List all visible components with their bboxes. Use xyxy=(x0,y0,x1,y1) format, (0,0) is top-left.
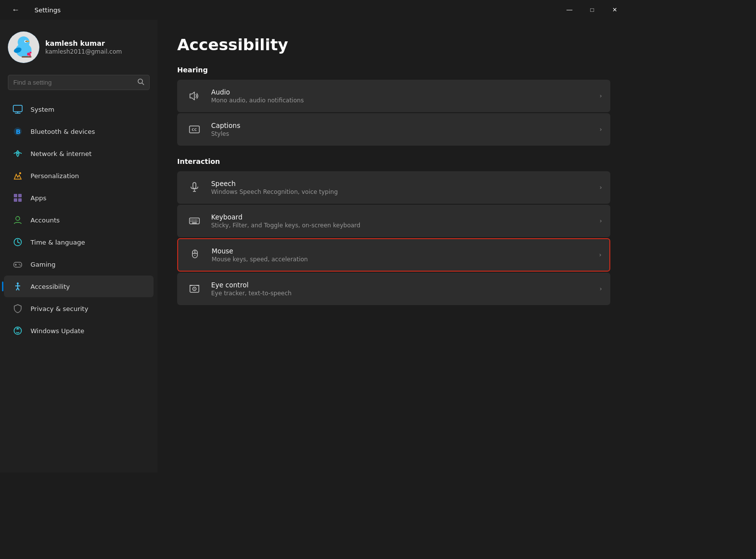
profile-info: kamlesh kumar kamlesh2011@gmail.com xyxy=(45,39,150,55)
sidebar: kamlesh kumar kamlesh2011@gmail.com xyxy=(0,20,158,472)
svg-text:CC: CC xyxy=(192,128,197,132)
svg-text:B: B xyxy=(16,128,21,135)
eye-control-title: Eye control xyxy=(211,281,592,289)
speech-desc: Windows Speech Recognition, voice typing xyxy=(211,188,592,195)
audio-title: Audio xyxy=(211,88,592,96)
system-label: System xyxy=(31,106,54,113)
profile-section[interactable]: kamlesh kumar kamlesh2011@gmail.com xyxy=(0,20,158,71)
time-label: Time & language xyxy=(31,239,85,246)
keyboard-text: Keyboard Sticky, Filter, and Toggle keys… xyxy=(211,213,592,229)
network-icon xyxy=(12,148,24,159)
captions-text: Captions Styles xyxy=(211,122,592,137)
audio-item[interactable]: Audio Mono audio, audio notifications › xyxy=(177,80,610,112)
hearing-group: Audio Mono audio, audio notifications › … xyxy=(177,80,610,146)
network-label: Network & internet xyxy=(31,150,92,157)
maximize-button[interactable]: □ xyxy=(581,2,603,18)
window-controls: — □ ✕ xyxy=(558,2,626,18)
keyboard-title: Keyboard xyxy=(211,213,592,221)
app-container: kamlesh kumar kamlesh2011@gmail.com xyxy=(0,20,630,472)
captions-item[interactable]: CC Captions Styles › xyxy=(177,113,610,146)
app-title: Settings xyxy=(34,6,61,14)
titlebar: ← Settings — □ ✕ xyxy=(0,0,630,20)
keyboard-item[interactable]: Keyboard Sticky, Filter, and Toggle keys… xyxy=(177,205,610,237)
update-icon xyxy=(12,325,24,337)
sidebar-item-time[interactable]: Time & language xyxy=(4,231,154,253)
speech-item[interactable]: Speech Windows Speech Recognition, voice… xyxy=(177,171,610,204)
accounts-icon xyxy=(12,214,24,226)
sidebar-item-network[interactable]: Network & internet xyxy=(4,143,154,164)
profile-name: kamlesh kumar xyxy=(45,39,150,47)
sidebar-item-apps[interactable]: Apps xyxy=(4,187,154,209)
audio-chevron: › xyxy=(599,93,602,99)
eye-control-text: Eye control Eye tracker, text-to-speech xyxy=(211,281,592,297)
personalization-icon xyxy=(12,170,24,182)
svg-point-33 xyxy=(17,282,19,284)
apps-icon xyxy=(12,192,24,204)
sidebar-item-accessibility[interactable]: Accessibility xyxy=(4,276,154,297)
back-button[interactable]: ← xyxy=(8,3,24,16)
sidebar-item-accounts[interactable]: Accounts xyxy=(4,209,154,231)
svg-point-18 xyxy=(17,153,19,155)
keyboard-chevron: › xyxy=(599,217,602,224)
svg-point-64 xyxy=(194,288,195,289)
svg-rect-23 xyxy=(18,198,22,202)
close-button[interactable]: ✕ xyxy=(603,2,626,18)
interaction-section-title: Interaction xyxy=(177,157,610,165)
search-box[interactable] xyxy=(8,75,150,90)
svg-line-27 xyxy=(18,242,20,243)
mouse-item[interactable]: Mouse Mouse keys, speed, acceleration › xyxy=(177,238,610,272)
mouse-desc: Mouse keys, speed, acceleration xyxy=(212,256,591,263)
svg-point-32 xyxy=(20,265,21,266)
privacy-icon xyxy=(12,303,24,314)
svg-rect-13 xyxy=(13,105,22,112)
captions-title: Captions xyxy=(211,122,592,129)
eye-control-item[interactable]: Eye control Eye tracker, text-to-speech … xyxy=(177,273,610,305)
accounts-label: Accounts xyxy=(31,217,60,224)
svg-point-19 xyxy=(19,172,21,174)
interaction-group: Speech Windows Speech Recognition, voice… xyxy=(177,171,610,305)
svg-rect-20 xyxy=(14,194,17,197)
page-title: Accessibility xyxy=(177,35,610,54)
mouse-title: Mouse xyxy=(212,247,591,255)
svg-rect-21 xyxy=(18,194,22,197)
hearing-section-title: Hearing xyxy=(177,66,610,74)
eye-control-desc: Eye tracker, text-to-speech xyxy=(211,290,592,297)
sidebar-nav: System B Bluetooth & devices xyxy=(0,98,158,342)
audio-text: Audio Mono audio, audio notifications xyxy=(211,88,592,104)
sidebar-item-bluetooth[interactable]: B Bluetooth & devices xyxy=(4,121,154,142)
mouse-icon xyxy=(186,246,204,264)
svg-point-2 xyxy=(18,36,30,48)
accessibility-label: Accessibility xyxy=(31,283,70,290)
system-icon xyxy=(12,103,24,115)
accessibility-icon xyxy=(12,280,24,292)
svg-marker-40 xyxy=(190,92,194,100)
sidebar-item-gaming[interactable]: Gaming xyxy=(4,253,154,275)
svg-rect-10 xyxy=(22,56,32,58)
mouse-text: Mouse Mouse keys, speed, acceleration xyxy=(212,247,591,263)
search-icon xyxy=(137,78,144,87)
sidebar-item-update[interactable]: Windows Update xyxy=(4,320,154,342)
sidebar-item-system[interactable]: System xyxy=(4,98,154,120)
search-input[interactable] xyxy=(13,79,133,86)
eye-control-icon xyxy=(186,280,203,298)
speech-icon xyxy=(186,179,203,196)
main-content: Accessibility Hearing Audio Mono audio, … xyxy=(158,20,630,472)
avatar xyxy=(8,31,39,63)
speech-title: Speech xyxy=(211,180,592,187)
personalization-label: Personalization xyxy=(31,172,79,180)
profile-email: kamlesh2011@gmail.com xyxy=(45,48,150,55)
minimize-button[interactable]: — xyxy=(558,2,581,18)
svg-point-9 xyxy=(29,54,31,56)
sidebar-item-privacy[interactable]: Privacy & security xyxy=(4,298,154,319)
mouse-chevron: › xyxy=(599,251,601,258)
keyboard-icon xyxy=(186,212,203,230)
gaming-label: Gaming xyxy=(31,261,56,268)
bluetooth-icon: B xyxy=(12,125,24,137)
audio-desc: Mono audio, audio notifications xyxy=(211,97,592,104)
search-container xyxy=(0,71,158,98)
privacy-label: Privacy & security xyxy=(31,305,88,312)
apps-label: Apps xyxy=(31,194,46,202)
speech-text: Speech Windows Speech Recognition, voice… xyxy=(211,180,592,195)
bluetooth-label: Bluetooth & devices xyxy=(31,128,95,135)
sidebar-item-personalization[interactable]: Personalization xyxy=(4,165,154,186)
